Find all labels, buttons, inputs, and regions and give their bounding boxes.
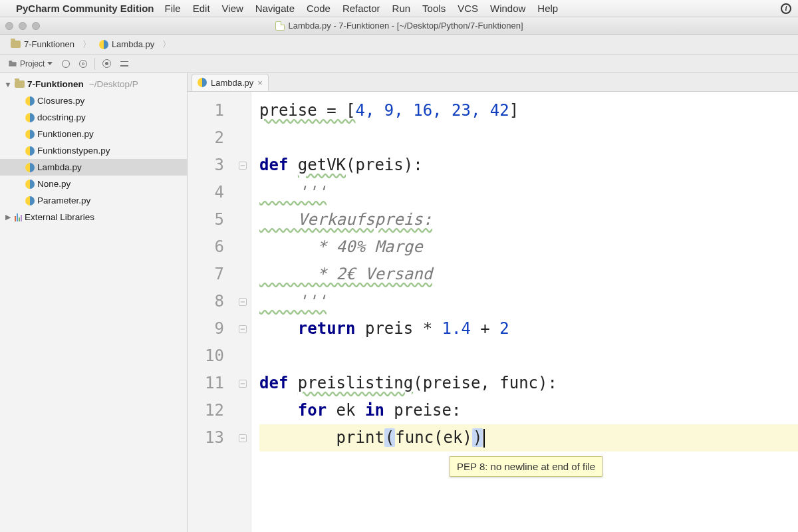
tree-file-label: docstring.py [37, 112, 86, 122]
macos-menubar: PyCharm Community Edition File Edit View… [0, 0, 798, 17]
menu-edit[interactable]: Edit [193, 3, 210, 14]
python-icon [25, 163, 35, 172]
tree-file-label: Funktionen.py [37, 129, 94, 139]
project-toolbar: Project [0, 55, 798, 73]
sync-icon [62, 60, 70, 68]
inspection-tooltip: PEP 8: no newline at end of file [450, 456, 602, 477]
python-icon [99, 40, 108, 49]
tree-root[interactable]: ▼ 7-Funktionen ~/Desktop/P [0, 76, 187, 92]
menu-window[interactable]: Window [490, 3, 525, 14]
menu-navigate[interactable]: Navigate [255, 3, 295, 14]
tree-root-label: 7-Funktionen [27, 79, 84, 89]
close-tab-icon[interactable]: × [257, 78, 263, 88]
menu-help[interactable]: Help [537, 3, 558, 14]
fold-icon[interactable] [239, 380, 247, 388]
line-number: 8 [188, 288, 251, 315]
breadcrumb: 7-Funktionen 〉 Lambda.py 〉 [0, 35, 798, 55]
breadcrumb-file-label: Lambda.py [112, 39, 154, 49]
gutter: 1 2 3 4 5 6 7 8 9 10 11 12 13 [188, 92, 251, 532]
select-opened-file-button[interactable] [75, 57, 91, 71]
folder-icon [11, 41, 21, 48]
project-tool-window-button[interactable]: Project [4, 57, 57, 71]
menu-refactor[interactable]: Refactor [342, 3, 380, 14]
libraries-icon [15, 213, 22, 221]
tree-file-selected[interactable]: Lambda.py [0, 159, 187, 176]
python-icon [25, 113, 35, 122]
menu-tools[interactable]: Tools [422, 3, 446, 14]
line-number: 9 [188, 315, 251, 342]
tree-file-label: Funktionstypen.py [37, 146, 110, 156]
tree-file-label: None.py [37, 179, 70, 189]
folder-icon [15, 80, 25, 88]
gear-icon [102, 59, 111, 68]
chevron-down-icon [47, 62, 53, 65]
python-icon [25, 96, 35, 106]
line-number: 1 [188, 97, 251, 124]
tree-file[interactable]: docstring.py [0, 109, 187, 126]
disclosure-triangle-icon[interactable]: ▼ [4, 80, 12, 88]
text-cursor [483, 429, 485, 448]
tree-file[interactable]: None.py [0, 176, 187, 192]
tooltip-text: PEP 8: no newline at end of file [457, 461, 595, 472]
editor-body[interactable]: 1 2 3 4 5 6 7 8 9 10 11 12 13 preise = [… [188, 92, 798, 532]
autoscroll-button[interactable] [58, 57, 74, 71]
menu-vcs[interactable]: VCS [458, 3, 478, 14]
line-number: 3 [188, 152, 251, 179]
python-icon [25, 146, 35, 156]
info-icon[interactable]: i [781, 3, 791, 14]
python-icon [25, 196, 35, 205]
line-number: 10 [188, 342, 251, 370]
python-icon [198, 78, 207, 87]
line-number: 6 [188, 233, 251, 261]
line-number: 5 [188, 206, 251, 233]
tree-file[interactable]: Closures.py [0, 92, 187, 109]
editor-tab-label: Lambda.py [211, 78, 253, 88]
chevron-right-icon: 〉 [162, 39, 171, 51]
window-titlebar: Lambda.py - 7-Funktionen - [~/Desktop/Py… [0, 17, 798, 35]
window-title: Lambda.py - 7-Funktionen - [~/Desktop/Py… [289, 21, 523, 31]
appname[interactable]: PyCharm Community Edition [16, 3, 154, 14]
tree-external-libs[interactable]: ▶ External Libraries [0, 209, 187, 225]
separator [94, 58, 95, 70]
fold-icon[interactable] [239, 434, 247, 442]
tree-file-label: Closures.py [37, 96, 84, 106]
line-number: 12 [188, 397, 251, 424]
tree-file[interactable]: Funktionen.py [0, 126, 187, 142]
fold-icon[interactable] [239, 298, 247, 306]
tree-file-label: Lambda.py [37, 162, 82, 172]
project-icon [8, 59, 17, 68]
editor-tab[interactable]: Lambda.py × [192, 74, 269, 91]
menu-run[interactable]: Run [392, 3, 411, 14]
line-number: 13 [188, 424, 251, 452]
collapse-all-button[interactable] [116, 57, 132, 71]
python-icon [25, 130, 35, 139]
disclosure-triangle-icon[interactable]: ▶ [4, 213, 12, 221]
target-icon [79, 60, 87, 68]
line-number: 11 [188, 370, 251, 397]
line-number: 4 [188, 179, 251, 206]
project-tree[interactable]: ▼ 7-Funktionen ~/Desktop/P Closures.py d… [0, 73, 188, 532]
breadcrumb-folder[interactable]: 7-Funktionen [7, 38, 78, 51]
menu-code[interactable]: Code [307, 3, 331, 14]
settings-button[interactable] [98, 57, 115, 71]
chevron-right-icon: 〉 [82, 39, 91, 51]
collapse-icon [120, 60, 128, 68]
python-file-icon [275, 21, 285, 31]
code-area[interactable]: preise = [4, 9, 16, 23, 42] def getVK(pr… [251, 92, 798, 532]
project-label: Project [20, 59, 45, 68]
line-number: 2 [188, 124, 251, 152]
tree-external-libs-label: External Libraries [25, 212, 94, 222]
python-icon [25, 180, 35, 189]
menu-file[interactable]: File [165, 3, 181, 14]
fold-icon[interactable] [239, 162, 247, 170]
tree-file[interactable]: Parameter.py [0, 192, 187, 209]
menu-view[interactable]: View [222, 3, 243, 14]
breadcrumb-folder-label: 7-Funktionen [24, 39, 74, 49]
tree-file-label: Parameter.py [37, 196, 90, 205]
tree-file[interactable]: Funktionstypen.py [0, 142, 187, 159]
line-number: 7 [188, 261, 251, 288]
tree-root-path: ~/Desktop/P [89, 79, 138, 89]
fold-icon[interactable] [239, 325, 247, 333]
breadcrumb-file[interactable]: Lambda.py [95, 38, 158, 51]
editor-tabstrip: Lambda.py × [188, 73, 798, 92]
